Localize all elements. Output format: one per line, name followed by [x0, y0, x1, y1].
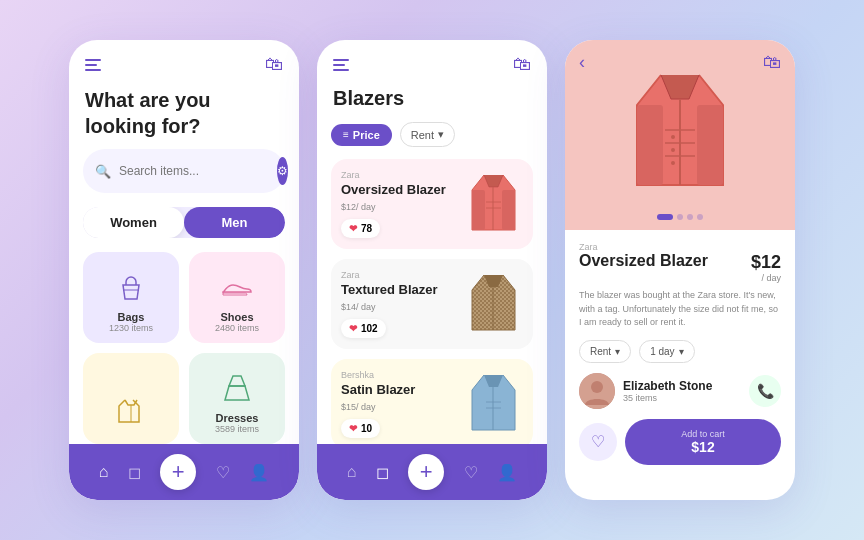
name-1: Oversized Blazer	[341, 182, 453, 197]
nav-add[interactable]: +	[160, 454, 196, 490]
price-2: $14/ day	[341, 299, 453, 313]
product-details: Zara Oversized Blazer $12 / day The blaz…	[565, 230, 795, 500]
nav-profile[interactable]: 👤	[249, 463, 269, 482]
seller-items: 35 items	[623, 393, 741, 403]
nav-home[interactable]: ⌂	[99, 463, 109, 481]
heart-icon-1: ❤	[349, 223, 357, 234]
blazer-svg-1	[466, 170, 521, 238]
rent-option-label: Rent	[590, 346, 611, 357]
svg-rect-12	[697, 105, 723, 185]
nav-profile-2[interactable]: 👤	[497, 463, 517, 482]
product-options: Rent ▾ 1 day ▾	[579, 340, 781, 363]
svg-point-14	[671, 148, 675, 152]
product-main-image	[625, 65, 735, 205]
product-info-2: Zara Textured Blazer $14/ day ❤ 102	[341, 270, 453, 338]
add-cart-price: $12	[635, 439, 771, 455]
nav-favorites[interactable]: ♡	[216, 463, 230, 482]
rent-selector[interactable]: Rent ▾	[400, 122, 455, 147]
price-block: $12 / day	[751, 252, 781, 283]
dot-1	[657, 214, 673, 220]
product-description: The blazer was bought at the Zara store.…	[579, 289, 781, 330]
category-bags[interactable]: Bags 1230 items	[83, 252, 179, 343]
rent-option[interactable]: Rent ▾	[579, 340, 631, 363]
back-icon[interactable]: ‹	[579, 52, 585, 73]
category-jackets[interactable]	[83, 353, 179, 444]
chevron-down-icon: ▾	[438, 128, 444, 141]
product-hero: ‹ 🛍	[565, 40, 795, 230]
svg-point-13	[671, 135, 675, 139]
likes-2: ❤ 102	[341, 319, 386, 338]
nav-add-2[interactable]: +	[408, 454, 444, 490]
svg-point-15	[671, 161, 675, 165]
screen-blazers: 🛍 Blazers ≡ Price Rent ▾ Zara Oversized …	[317, 40, 547, 500]
seller-info: Elizabeth Stone 35 items	[623, 379, 741, 403]
add-to-cart-button[interactable]: Add to cart $12	[625, 419, 781, 465]
svg-rect-11	[637, 105, 663, 185]
product-img-3	[463, 369, 523, 439]
menu-icon[interactable]	[85, 59, 101, 71]
search-icon: 🔍	[95, 164, 111, 179]
shoes-label: Shoes	[220, 311, 253, 323]
filter-label: Price	[353, 129, 380, 141]
dresses-label: Dresses	[216, 412, 259, 424]
dot-4	[697, 214, 703, 220]
brand-2: Zara	[341, 270, 453, 280]
women-button[interactable]: Women	[83, 207, 184, 238]
product-card-3[interactable]: Bershka Satin Blazer $15/ day ❤ 10	[331, 359, 533, 444]
page-title: What are you looking for?	[69, 83, 299, 149]
jacket-icon	[109, 390, 153, 434]
dot-3	[687, 214, 693, 220]
wishlist-button[interactable]: ♡	[579, 423, 617, 461]
search-input[interactable]	[119, 164, 269, 178]
menu-icon-2[interactable]	[333, 59, 349, 71]
screen1-topbar: 🛍	[69, 40, 299, 83]
image-dots	[657, 214, 703, 220]
svg-rect-4	[502, 190, 515, 230]
nav-shop-2[interactable]: ◻	[376, 463, 389, 482]
gender-toggle: Women Men	[83, 207, 285, 238]
filter-button[interactable]: ⚙	[277, 157, 288, 185]
bottom-navigation: ⌂ ◻ + ♡ 👤	[69, 444, 299, 500]
product-info-1: Zara Oversized Blazer $12/ day ❤ 78	[341, 170, 453, 238]
filter-icon: ≡	[343, 129, 349, 140]
blazer-svg-3	[466, 370, 521, 438]
product-brand-detail: Zara	[579, 242, 781, 252]
chevron-down-icon-3: ▾	[679, 346, 684, 357]
nav-favorites-2[interactable]: ♡	[464, 463, 478, 482]
hero-topbar: ‹ 🛍	[565, 52, 795, 73]
filter-bar: ≡ Price Rent ▾	[317, 122, 547, 159]
men-button[interactable]: Men	[184, 207, 285, 238]
likes-3: ❤ 10	[341, 419, 380, 438]
screen-home: 🛍 What are you looking for? 🔍 ⚙ Women Me…	[69, 40, 299, 500]
duration-label: 1 day	[650, 346, 674, 357]
cart-icon-3[interactable]: 🛍	[763, 52, 781, 73]
categories-grid: Bags 1230 items Shoes 2480 items	[69, 252, 299, 444]
nav-home-2[interactable]: ⌂	[347, 463, 357, 481]
blazer-svg-2	[466, 270, 521, 338]
likes-1: ❤ 78	[341, 219, 380, 238]
cart-icon-2[interactable]: 🛍	[513, 54, 531, 75]
category-dresses[interactable]: Dresses 3589 items	[189, 353, 285, 444]
avatar-image	[579, 373, 615, 409]
shoes-count: 2480 items	[215, 323, 259, 333]
blazers-title: Blazers	[317, 83, 547, 122]
product-list: Zara Oversized Blazer $12/ day ❤ 78	[317, 159, 547, 444]
name-3: Satin Blazer	[341, 382, 453, 397]
nav-shop[interactable]: ◻	[128, 463, 141, 482]
seller-name: Elizabeth Stone	[623, 379, 741, 393]
category-shoes[interactable]: Shoes 2480 items	[189, 252, 285, 343]
call-button[interactable]: 📞	[749, 375, 781, 407]
search-bar[interactable]: 🔍 ⚙	[83, 149, 285, 193]
cart-icon[interactable]: 🛍	[265, 54, 283, 75]
svg-rect-3	[472, 190, 485, 230]
brand-1: Zara	[341, 170, 453, 180]
action-buttons: ♡ Add to cart $12	[579, 419, 781, 465]
shoes-icon	[215, 267, 259, 311]
product-card-2[interactable]: Zara Textured Blazer $14/ day ❤ 102	[331, 259, 533, 349]
product-img-2	[463, 269, 523, 339]
price-filter[interactable]: ≡ Price	[331, 124, 392, 146]
product-name-detail: Oversized Blazer	[579, 252, 708, 270]
duration-option[interactable]: 1 day ▾	[639, 340, 694, 363]
name-2: Textured Blazer	[341, 282, 453, 297]
product-card-1[interactable]: Zara Oversized Blazer $12/ day ❤ 78	[331, 159, 533, 249]
